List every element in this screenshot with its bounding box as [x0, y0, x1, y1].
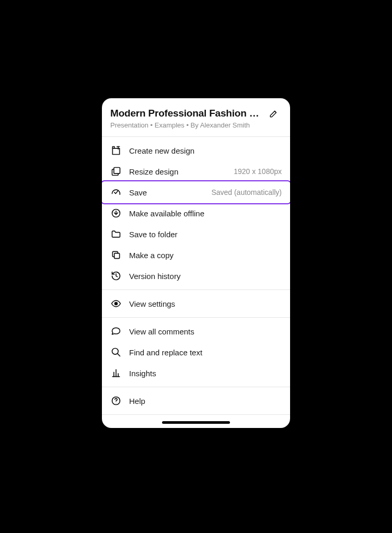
history-icon: [110, 270, 122, 282]
help-icon: [110, 395, 122, 407]
home-indicator[interactable]: [162, 421, 230, 424]
save-icon: [110, 187, 122, 198]
menu-item-make-a-copy[interactable]: Make a copy: [102, 245, 290, 265]
resize-icon: [110, 166, 122, 177]
menu-item-help[interactable]: Help: [102, 390, 290, 411]
menu-item-insights[interactable]: Insights: [102, 363, 290, 384]
menu-item-meta: Saved (automatically): [211, 188, 282, 196]
menu-item-view-all-comments[interactable]: View all comments: [102, 321, 290, 342]
offline-icon: [110, 207, 122, 219]
menu-section-help: Help: [102, 387, 290, 415]
menu-item-label: Create new design: [129, 146, 282, 155]
menu-item-label: Insights: [129, 369, 282, 378]
svg-point-4: [112, 349, 119, 355]
menu-item-make-available-offline[interactable]: Make available offline: [102, 203, 290, 224]
options-sheet: Modern Professional Fashion Lo... Presen…: [102, 98, 290, 428]
svg-rect-0: [114, 168, 120, 174]
menu-item-label: Make available offline: [129, 209, 282, 218]
menu-item-label: Help: [129, 397, 282, 405]
edit-title-button[interactable]: [268, 108, 280, 119]
eye-icon: [110, 298, 122, 309]
design-subtitle: Presentation • Examples • By Alexander S…: [110, 121, 282, 129]
copy-icon: [110, 249, 122, 261]
menu-item-find-and-replace[interactable]: Find and replace text: [102, 342, 290, 363]
menu-section-view: View settings: [102, 290, 290, 318]
search-icon: [110, 346, 122, 358]
comment-icon: [110, 326, 122, 337]
menu-item-meta: 1920 x 1080px: [234, 167, 282, 176]
menu-item-label: Find and replace text: [129, 348, 282, 357]
menu-section-tools: View all comments Find and replace text …: [102, 318, 290, 387]
pencil-icon: [269, 109, 279, 118]
svg-point-3: [115, 303, 118, 305]
menu-item-label: Save to folder: [129, 230, 282, 239]
create-icon: [110, 145, 122, 156]
svg-point-6: [116, 403, 117, 403]
svg-rect-2: [114, 253, 120, 259]
menu-item-label: View settings: [129, 299, 282, 308]
menu-item-label: Make a copy: [129, 251, 282, 260]
menu-item-save-to-folder[interactable]: Save to folder: [102, 224, 290, 245]
menu-item-label: View all comments: [129, 327, 282, 336]
menu-item-save[interactable]: Save Saved (automatically): [102, 182, 290, 203]
menu-item-view-settings[interactable]: View settings: [102, 293, 290, 314]
menu-item-label: Version history: [129, 272, 282, 281]
menu-item-label: Resize design: [129, 167, 226, 176]
folder-icon: [110, 228, 122, 240]
sheet-header: Modern Professional Fashion Lo... Presen…: [102, 98, 290, 137]
menu-item-create-new-design[interactable]: Create new design: [102, 140, 290, 161]
menu-section-file: Create new design Resize design 1920 x 1…: [102, 137, 290, 290]
design-title: Modern Professional Fashion Lo...: [110, 108, 265, 119]
menu-item-resize-design[interactable]: Resize design 1920 x 1080px: [102, 161, 290, 182]
menu-item-label: Save: [129, 188, 204, 197]
menu-item-version-history[interactable]: Version history: [102, 265, 290, 286]
insights-icon: [110, 367, 122, 379]
